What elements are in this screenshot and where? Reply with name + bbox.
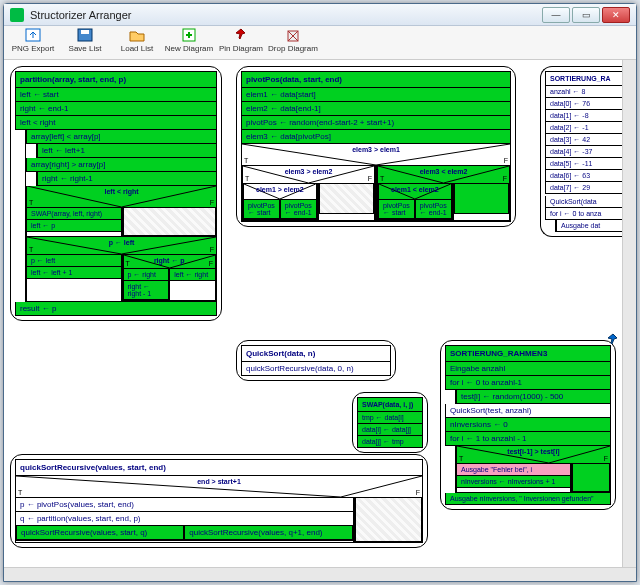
output: Ausgabe nInversions, " Inversionen gefun… bbox=[445, 493, 611, 505]
stmt: left ← p bbox=[27, 220, 121, 232]
stmt: right ← right-1 bbox=[37, 172, 217, 186]
toolbar-label: PNG Export bbox=[12, 44, 55, 53]
pin-icon bbox=[607, 333, 619, 345]
window-title: Structorizer Arranger bbox=[30, 9, 542, 21]
stmt: pivotPos ← start bbox=[379, 200, 414, 219]
diagram-swap[interactable]: SWAP(data, i, j) tmp ← data[i] data[i] ←… bbox=[352, 392, 428, 453]
save-icon bbox=[76, 27, 94, 43]
toolbar-label: Load List bbox=[121, 44, 153, 53]
app-window: Structorizer Arranger — ▭ ✕ PNG Export S… bbox=[3, 3, 637, 582]
stmt: Ausgabe dat bbox=[556, 220, 632, 232]
alt-header: elem3 < elem2 TF bbox=[377, 166, 510, 184]
load-list-button[interactable]: Load List bbox=[112, 27, 162, 53]
diagram-qsrecursive[interactable]: quickSortRecursive(values, start, end) e… bbox=[10, 454, 428, 548]
svg-line-8 bbox=[122, 237, 217, 254]
call: quickSortRecursive(values, q+1, end) bbox=[185, 526, 351, 540]
alt-header: right ← p T F bbox=[123, 255, 217, 269]
stmt: elem1 ← data[start] bbox=[241, 88, 511, 102]
minimize-button[interactable]: — bbox=[542, 7, 570, 23]
stmt: elem3 ← data[pivotPos] bbox=[241, 130, 511, 144]
stmt: tmp ← data[i] bbox=[357, 412, 423, 424]
pin-icon bbox=[232, 27, 250, 43]
canvas[interactable]: partition(array, start, end, p) left ← s… bbox=[4, 60, 636, 581]
call: SWAP(array, left, right) bbox=[27, 208, 121, 220]
diagram-title: pivotPos(data, start, end) bbox=[241, 71, 511, 88]
stmt: left ← start bbox=[15, 88, 217, 102]
svg-rect-2 bbox=[81, 30, 89, 34]
app-icon bbox=[10, 8, 24, 22]
alt-header: end > start+1 TF bbox=[15, 476, 423, 498]
alt-header: elem1 < elem2 bbox=[378, 184, 452, 200]
toolbar-label: Save List bbox=[69, 44, 102, 53]
toolbar-label: Drop Diagram bbox=[268, 44, 318, 53]
diagram-title: SORTIERUNG_RAHMEN3 bbox=[445, 345, 611, 362]
stmt: pivotPos ← start bbox=[244, 200, 279, 219]
drop-diagram-button[interactable]: Drop Diagram bbox=[268, 27, 318, 53]
svg-line-23 bbox=[16, 476, 341, 497]
stmt: pivotPos ← end-1 bbox=[416, 200, 451, 219]
stmt: test[i] ← random(1000) - 500 bbox=[456, 390, 611, 404]
output: Ausgabe "Fehler bei", i bbox=[457, 464, 570, 476]
alt-header: elem3 > elem2 TF bbox=[242, 166, 375, 184]
stmt: left ← right bbox=[170, 269, 215, 281]
stmt: right ← end-1 bbox=[15, 102, 217, 116]
call: quickSortRecursive(values, start, q) bbox=[17, 526, 183, 540]
stmt: left ← left + 1 bbox=[27, 267, 121, 279]
stmt: nInversions ← nInversions + 1 bbox=[457, 476, 570, 488]
vertical-scrollbar[interactable] bbox=[622, 60, 636, 567]
stmt: nInversions ← 0 bbox=[445, 418, 611, 432]
alt-header: left < right T F bbox=[26, 186, 217, 208]
input: Eingabe anzahl bbox=[445, 362, 611, 376]
diagram-title: partition(array, start, end, p) bbox=[15, 71, 217, 88]
stmt: data[2] ← -1 bbox=[545, 122, 632, 134]
export-icon bbox=[24, 27, 42, 43]
titlebar[interactable]: Structorizer Arranger — ▭ ✕ bbox=[4, 4, 636, 26]
call: QuickSort(test, anzahl) bbox=[445, 404, 611, 418]
stmt: anzahl ← 8 bbox=[545, 86, 632, 98]
stmt: right ← right - 1 bbox=[124, 281, 169, 300]
diagram-title: quickSortRecursive(values, start, end) bbox=[15, 459, 423, 476]
open-icon bbox=[128, 27, 146, 43]
horizontal-scrollbar[interactable] bbox=[4, 567, 636, 581]
stmt: pivotPos ← random(end-start-2 + start+1) bbox=[241, 116, 511, 130]
alt-header: p ← left T F bbox=[26, 237, 217, 255]
stmt: data[5] ← -11 bbox=[545, 158, 632, 170]
stmt: data[7] ← 29 bbox=[545, 182, 632, 194]
toolbar-label: New Diagram bbox=[165, 44, 213, 53]
maximize-button[interactable]: ▭ bbox=[572, 7, 600, 23]
new-diagram-button[interactable]: New Diagram bbox=[164, 27, 214, 53]
diagram-quicksort[interactable]: QuickSort(data, n) quickSortRecursive(da… bbox=[236, 340, 396, 381]
toolbar-label: Pin Diagram bbox=[219, 44, 263, 53]
drop-icon bbox=[284, 27, 302, 43]
stmt: pivotPos ← end-1 bbox=[281, 200, 316, 219]
save-list-button[interactable]: Save List bbox=[60, 27, 110, 53]
svg-line-24 bbox=[341, 476, 422, 497]
stmt: data[0] ← 76 bbox=[545, 98, 632, 110]
call: QuickSort(data bbox=[545, 196, 632, 208]
diagram-pivotpos[interactable]: pivotPos(data, start, end) elem1 ← data[… bbox=[236, 66, 516, 227]
diagram-partition[interactable]: partition(array, start, end, p) left ← s… bbox=[10, 66, 222, 321]
stmt: data[6] ← 63 bbox=[545, 170, 632, 182]
loop-header: array[right] > array[p] bbox=[26, 158, 217, 172]
svg-line-7 bbox=[27, 237, 122, 254]
toolbar: PNG Export Save List Load List New Diagr… bbox=[4, 26, 636, 60]
loop-header: for i ← 0 to anza bbox=[545, 208, 632, 220]
diagram-rahmen3[interactable]: SORTIERUNG_RAHMEN3 Eingabe anzahl for i … bbox=[440, 340, 616, 510]
stmt: data[4] ← -37 bbox=[545, 146, 632, 158]
stmt: data[j] ← tmp bbox=[357, 436, 423, 448]
loop-header: array[left] < array[p] bbox=[26, 130, 217, 144]
loop-header: left < right bbox=[15, 116, 217, 130]
stmt: data[1] ← -8 bbox=[545, 110, 632, 122]
png-export-button[interactable]: PNG Export bbox=[8, 27, 58, 53]
loop-header: for i ← 0 to anzahl-1 bbox=[445, 376, 611, 390]
stmt: elem2 ← data[end-1] bbox=[241, 102, 511, 116]
stmt: p ← left bbox=[27, 255, 121, 267]
diagram-title: QuickSort(data, n) bbox=[241, 345, 391, 362]
stmt: left ← left+1 bbox=[37, 144, 217, 158]
stmt: result ← p bbox=[15, 302, 217, 316]
stmt: data[3] ← 42 bbox=[545, 134, 632, 146]
pin-diagram-button[interactable]: Pin Diagram bbox=[216, 27, 266, 53]
close-button[interactable]: ✕ bbox=[602, 7, 630, 23]
new-icon bbox=[180, 27, 198, 43]
call: q ← partition(values, start, end, p) bbox=[16, 512, 353, 526]
